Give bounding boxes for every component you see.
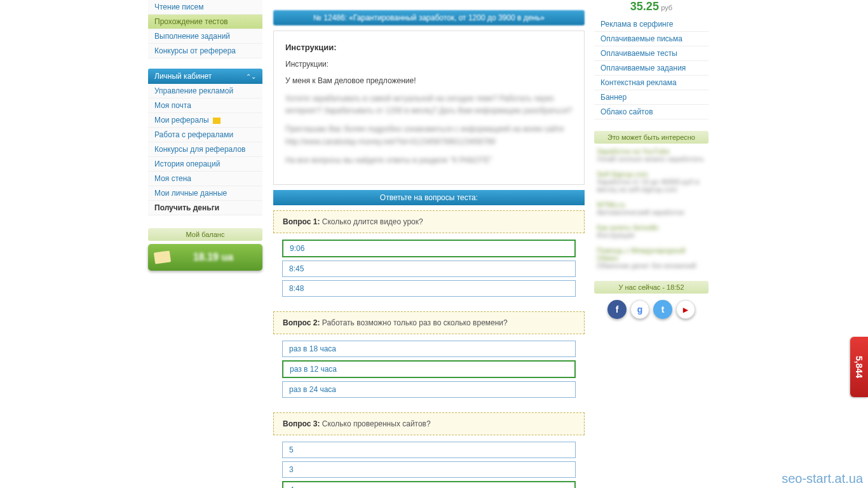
sidebar-item[interactable]: Прохождение тестов (148, 15, 262, 29)
sidebar-item[interactable]: Моя стена (148, 172, 262, 186)
question-box: Вопрос 2: Работать возможно только раз в… (273, 311, 585, 334)
answer-option[interactable]: раз в 12 часа (282, 360, 576, 378)
instructions-text: У меня к Вам деловое предложение! (285, 76, 573, 85)
blurred-content: На все вопросы вы найдете ответы в разде… (285, 154, 573, 166)
sidebar-item[interactable]: Конкурсы для рефералов (148, 142, 262, 157)
price-currency: руб (661, 4, 672, 11)
main-content: № 12486: «Гарантированный заработок, от … (273, 0, 585, 488)
sidebar-item[interactable]: История операций (148, 157, 262, 172)
answers-group: 9:068:458:48 (273, 233, 585, 306)
sidebar-item[interactable]: Контекстная реклама (594, 76, 709, 90)
answer-option[interactable]: 9:06 (282, 240, 576, 257)
balance-label: Мой баланс (148, 228, 262, 241)
money-icon (154, 250, 171, 264)
sidebar-item[interactable]: Мои рефералы (148, 113, 262, 128)
sidebar-item[interactable]: Управление рекламой (148, 84, 262, 98)
sidebar-item[interactable]: Моя почта (148, 98, 262, 113)
instructions-panel: Инструкции: Инструкции: У меня к Вам дел… (273, 30, 585, 185)
answer-option[interactable]: 8:45 (282, 261, 576, 277)
facebook-icon[interactable]: f (607, 300, 627, 319)
time-header: У нас сейчас - 18:52 (594, 281, 709, 294)
instructions-title: Инструкции: (285, 43, 573, 52)
sidebar-item[interactable]: Оплачиваемые тесты (594, 46, 709, 61)
social-icons: f t (594, 300, 709, 319)
sidebar-item[interactable]: Конкурсы от реферера (148, 44, 262, 58)
counter-badge[interactable]: 5,844 (850, 337, 868, 397)
test-title-header: № 12486: «Гарантированный заработок, от … (273, 10, 585, 25)
youtube-icon[interactable] (676, 300, 695, 319)
sidebar-item[interactable]: Оплачиваемые письма (594, 32, 709, 46)
answers-group: раз в 18 часараз в 12 часараз в 24 часа (273, 334, 585, 407)
interest-item[interactable]: Self-Signup.comЗаработок от 10 до 40000 … (594, 166, 709, 197)
price-value: 35.25 (630, 0, 659, 13)
interest-item[interactable]: Заработок на YouTubeУзнай сколько можно … (594, 144, 709, 166)
panel-title: Личный кабинет (154, 72, 212, 81)
question-box: Вопрос 1: Сколько длится видео урок? (273, 210, 585, 233)
right-sidebar: 35.25 руб Реклама в серфингеОплачиваемые… (594, 0, 709, 319)
answer-option[interactable]: 3 (282, 461, 576, 478)
interest-item[interactable]: WTMs.ruАвтоматический заработок (594, 197, 709, 220)
sidebar-item[interactable]: Получить деньги (148, 201, 262, 215)
sidebar-item[interactable]: Реклама в серфинге (594, 17, 709, 32)
interest-item[interactable]: Как купить биткойнИнструкция (594, 220, 709, 243)
sidebar-item[interactable]: Чтение писем (148, 0, 262, 15)
price-box: 35.25 руб (594, 0, 709, 17)
personal-cabinet-header[interactable]: Личный кабинет ⌃⌄ (148, 69, 262, 84)
sidebar-item[interactable]: Облако сайтов (594, 105, 709, 119)
sidebar-item[interactable]: Баннер (594, 90, 709, 105)
twitter-icon[interactable]: t (653, 300, 672, 319)
interest-item[interactable]: Помощь с Международный ОбменОбменник ден… (594, 243, 709, 273)
watermark: seo-start.at.ua (782, 471, 863, 486)
blurred-content: Хотите зарабатывать в самой актуальной н… (285, 93, 573, 117)
blurred-content: Приглашаю Вас более подробно ознакомитьс… (285, 123, 573, 147)
answer-option[interactable]: раз в 24 часа (282, 381, 576, 398)
answer-option[interactable]: 5 (282, 442, 576, 458)
sidebar-item[interactable]: Выполнение заданий (148, 29, 262, 44)
balance-box[interactable]: 18.19 ua (148, 244, 262, 271)
interest-header: Это может быть интересно (594, 131, 709, 144)
left-sidebar: Чтение писемПрохождение тестовВыполнение… (148, 0, 262, 271)
test-questions-header: Ответьте на вопросы теста: (273, 190, 585, 205)
sidebar-item[interactable]: Мои личные данные (148, 186, 262, 201)
google-icon[interactable] (630, 300, 649, 319)
instructions-sub: Инструкции: (285, 60, 573, 69)
balance-amount: 18.19 ua (170, 252, 256, 263)
sidebar-item[interactable]: Оплачиваемые задания (594, 61, 709, 76)
question-box: Вопрос 3: Сколько проверенных сайтов? (273, 412, 585, 435)
answer-option[interactable]: раз в 18 часа (282, 341, 576, 357)
sidebar-item[interactable]: Работа с рефералами (148, 128, 262, 142)
answer-option[interactable]: 8:48 (282, 280, 576, 297)
referral-icon (213, 118, 220, 124)
answer-option[interactable]: 4 (282, 481, 576, 488)
chevron-icon: ⌃⌄ (246, 73, 256, 80)
answers-group: 534 (273, 435, 585, 488)
